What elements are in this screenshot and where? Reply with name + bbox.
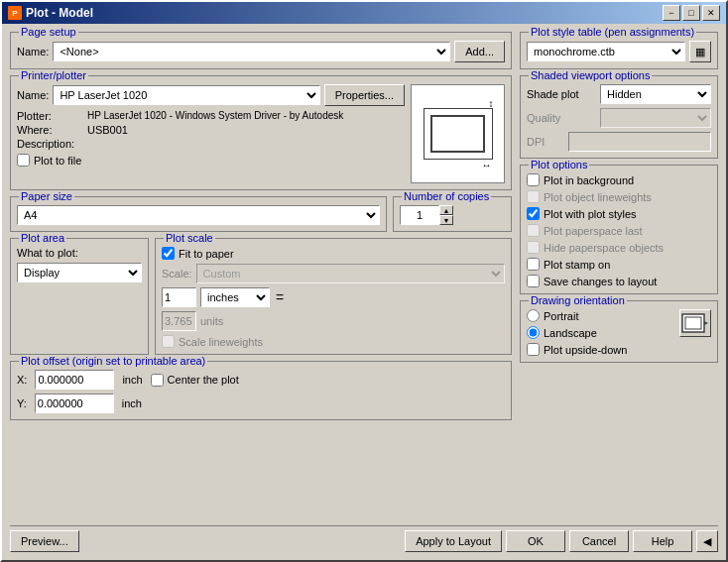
plot-in-background-checkbox[interactable] xyxy=(527,173,540,186)
shade-plot-select[interactable]: Hidden xyxy=(600,84,711,104)
portrait-text: Portrait xyxy=(544,310,578,322)
scale-value2-input[interactable] xyxy=(162,311,196,331)
title-bar: P Plot - Model − □ ✕ xyxy=(2,2,726,24)
title-bar-left: P Plot - Model xyxy=(8,6,93,20)
help-button[interactable]: Help xyxy=(633,530,692,552)
what-to-plot-label-row: What to plot: xyxy=(17,247,142,259)
drawing-orientation-group: Drawing orientation Portrait Landscape xyxy=(520,300,718,363)
plot-stamp-on-label[interactable]: Plot stamp on xyxy=(527,258,711,271)
hide-paperspace-objects-checkbox[interactable] xyxy=(527,241,540,254)
plot-paperspace-last-text: Plot paperspace last xyxy=(544,225,643,237)
plot-to-file-label: Plot to file xyxy=(34,155,81,167)
page-setup-name-select[interactable]: <None> xyxy=(53,42,450,61)
printer-details: Plotter: HP LaserJet 1020 - Windows Syst… xyxy=(17,110,405,150)
plot-with-plot-styles-checkbox[interactable] xyxy=(527,207,540,220)
plotter-value: HP LaserJet 1020 - Windows System Driver… xyxy=(87,110,343,122)
scale-value1-input[interactable] xyxy=(162,287,196,307)
plot-style-table-group: Plot style table (pen assignments) monoc… xyxy=(520,32,718,69)
plot-in-background-label[interactable]: Plot in background xyxy=(527,173,711,186)
center-plot-label[interactable]: Center the plot xyxy=(151,374,239,387)
plot-with-plot-styles-label[interactable]: Plot with plot styles xyxy=(527,207,711,220)
page-setup-label: Page setup xyxy=(19,26,78,38)
cancel-button[interactable]: Cancel xyxy=(569,530,629,552)
fit-to-paper-label: Fit to paper xyxy=(179,248,234,260)
plot-style-table-select[interactable]: monochrome.ctb xyxy=(527,42,685,61)
orientation-options: Portrait Landscape Plot upside-down xyxy=(527,309,627,356)
printer-name-select[interactable]: HP LaserJet 1020 xyxy=(53,85,319,105)
scale-select[interactable]: Custom xyxy=(196,264,505,283)
plot-to-file-checkbox[interactable] xyxy=(17,154,30,167)
preview-button[interactable]: Preview... xyxy=(10,530,79,552)
units-select[interactable]: inches xyxy=(200,287,270,307)
plot-paperspace-last-checkbox[interactable] xyxy=(527,224,540,237)
plot-upside-down-label[interactable]: Plot upside-down xyxy=(527,343,627,356)
center-plot-checkbox[interactable] xyxy=(151,374,164,387)
spin-up-button[interactable]: ▲ xyxy=(439,205,453,215)
properties-button[interactable]: Properties... xyxy=(324,84,405,106)
where-value: USB001 xyxy=(87,124,128,136)
paper-size-select[interactable]: A4 xyxy=(17,205,380,225)
plot-object-lineweights-checkbox[interactable] xyxy=(527,190,540,203)
footer: Preview... Apply to Layout OK Cancel Hel… xyxy=(10,525,718,552)
paper-preview-inner: ↕ ↔ xyxy=(424,108,493,160)
portrait-label[interactable]: Portrait xyxy=(527,309,627,322)
minimize-button[interactable]: − xyxy=(663,5,680,21)
dialog-body: Page setup Name: <None> Add... Printer/p… xyxy=(2,24,726,560)
plot-style-edit-button[interactable]: ▦ xyxy=(689,41,711,62)
scale-values-row: inches = xyxy=(162,287,505,307)
fit-to-paper-checkbox-label[interactable]: Fit to paper xyxy=(162,247,234,260)
printer-info-section: Name: HP LaserJet 1020 Properties... Plo… xyxy=(17,80,405,183)
spin-down-button[interactable]: ▼ xyxy=(439,215,453,225)
plot-area-group: Plot area What to plot: Display xyxy=(10,238,149,355)
plot-scale-group: Plot scale Fit to paper Scale: Custom xyxy=(155,238,512,355)
svg-rect-1 xyxy=(685,317,701,329)
add-button[interactable]: Add... xyxy=(454,41,505,62)
page-setup-name-row: Name: <None> Add... xyxy=(17,41,505,62)
close-button[interactable]: ✕ xyxy=(702,5,720,21)
footer-left: Preview... xyxy=(10,530,79,552)
plot-with-plot-styles-text: Plot with plot styles xyxy=(544,208,637,220)
fit-to-paper-row: Fit to paper xyxy=(162,247,505,260)
plot-to-file-checkbox-label[interactable]: Plot to file xyxy=(17,154,81,167)
maximize-button[interactable]: □ xyxy=(682,5,700,21)
what-to-plot-select[interactable]: Display xyxy=(17,263,142,282)
plot-icon: P xyxy=(8,6,22,20)
scale-lineweights-checkbox[interactable] xyxy=(162,335,175,348)
landscape-orientation-icon xyxy=(679,309,711,337)
printer-plotter-group: Printer/plotter Name: HP LaserJet 1020 P… xyxy=(10,75,512,190)
num-copies-row: ▲ ▼ xyxy=(400,205,505,225)
plot-options-list: Plot in background Plot object lineweigh… xyxy=(527,173,711,287)
save-changes-to-layout-label[interactable]: Save changes to layout xyxy=(527,275,711,287)
plot-paperspace-last-label[interactable]: Plot paperspace last xyxy=(527,224,711,237)
back-nav-button[interactable]: ◀ xyxy=(696,530,718,552)
save-changes-to-layout-text: Save changes to layout xyxy=(544,276,657,287)
equals-sign: = xyxy=(276,289,284,305)
ok-button[interactable]: OK xyxy=(506,530,565,552)
y-label: Y: xyxy=(17,397,27,409)
y-input[interactable] xyxy=(35,393,114,413)
scale-lineweights-label[interactable]: Scale lineweights xyxy=(162,335,263,348)
arrow-right: ↔ xyxy=(482,161,492,170)
scale-lineweights-text: Scale lineweights xyxy=(179,336,263,348)
plot-upside-down-checkbox[interactable] xyxy=(527,343,540,356)
save-changes-to-layout-checkbox[interactable] xyxy=(527,275,540,287)
edit-icon: ▦ xyxy=(695,46,705,58)
what-to-plot-select-row: Display xyxy=(17,263,142,282)
where-row: Where: USB001 xyxy=(17,124,405,136)
portrait-radio[interactable] xyxy=(527,309,540,322)
dpi-input[interactable] xyxy=(568,132,711,152)
fit-to-paper-checkbox[interactable] xyxy=(162,247,175,260)
landscape-radio[interactable] xyxy=(527,326,540,339)
plotter-row: Plotter: HP LaserJet 1020 - Windows Syst… xyxy=(17,110,405,122)
plot-style-table-label: Plot style table (pen assignments) xyxy=(529,26,696,38)
landscape-label[interactable]: Landscape xyxy=(527,326,627,339)
apply-to-layout-button[interactable]: Apply to Layout xyxy=(405,530,502,552)
quality-row: Quality xyxy=(527,108,711,128)
x-input[interactable] xyxy=(35,370,114,390)
hide-paperspace-objects-label[interactable]: Hide paperspace objects xyxy=(527,241,711,254)
num-copies-input[interactable] xyxy=(400,205,439,225)
plot-object-lineweights-label[interactable]: Plot object lineweights xyxy=(527,190,711,203)
plot-stamp-on-checkbox[interactable] xyxy=(527,258,540,271)
plot-area-label: Plot area xyxy=(19,232,66,244)
quality-select[interactable] xyxy=(600,108,711,128)
